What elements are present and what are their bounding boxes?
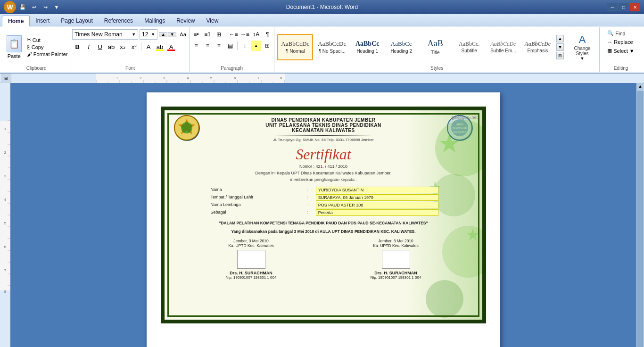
office-button[interactable]: W bbox=[4, 1, 16, 13]
style-no-spacing-button[interactable]: AaBbCcDc ¶ No Spaci... bbox=[314, 34, 350, 60]
text-highlight-button[interactable]: ab bbox=[155, 41, 165, 52]
style-subtle-em-button[interactable]: AaBbCcDc Subtle Em... bbox=[487, 34, 520, 60]
cert-watermark: galeriguru.net bbox=[452, 115, 478, 120]
svg-text:8: 8 bbox=[4, 289, 7, 294]
ruler-svg: 1 2 3 4 5 6 7 8 bbox=[11, 74, 643, 83]
cert-title-block: DINAS PENDIDIKAN KABUPATEN JEMBER UNIT P… bbox=[265, 110, 381, 142]
numbered-list-button[interactable]: ≡1 bbox=[202, 29, 213, 40]
vertical-scrollbar[interactable]: ▲ ▼ bbox=[636, 83, 644, 347]
replace-button[interactable]: ↔ Replace bbox=[605, 38, 635, 46]
italic-button[interactable]: I bbox=[83, 41, 94, 52]
style-emphasis-label: Emphasis bbox=[527, 48, 548, 53]
para-divider2 bbox=[237, 41, 238, 50]
font-name-selector[interactable]: Times New Roman ▼ bbox=[72, 29, 138, 40]
strikethrough-button[interactable]: ab bbox=[106, 41, 116, 52]
paste-icon: 📋 bbox=[7, 35, 22, 52]
change-styles-button[interactable]: A ChangeStyles ▼ bbox=[568, 33, 596, 62]
justify-button[interactable]: ▤ bbox=[225, 41, 235, 51]
svg-text:6: 6 bbox=[4, 245, 7, 249]
bullet-list-button[interactable]: ≡• bbox=[191, 29, 201, 40]
align-left-button[interactable]: ≡ bbox=[191, 41, 201, 51]
undo-button[interactable]: ↩ bbox=[29, 2, 39, 12]
copy-button[interactable]: ⎘ Copy bbox=[25, 44, 69, 50]
select-button[interactable]: ▦ Select ▼ bbox=[605, 47, 636, 55]
paragraph-content: ≡• ≡1 ⊞ ←≡ →≡ ↕A ¶ ≡ ≡ ≡ ▤ ↕ ▲ ⊞ bbox=[191, 28, 272, 65]
font-name-row: Times New Roman ▼ 12 ▼ ▲ ▼ Aa bbox=[72, 29, 188, 40]
paragraph-group-label: Paragraph bbox=[192, 65, 271, 71]
line-spacing-button[interactable]: ↕ bbox=[239, 41, 250, 51]
scroll-thumb[interactable] bbox=[637, 91, 644, 347]
clipboard-content: 📋 Paste ✂ Cut ⎘ Copy 🖌 Format Painter bbox=[4, 28, 69, 65]
align-right-button[interactable]: ≡ bbox=[214, 41, 224, 51]
superscript-button[interactable]: x² bbox=[129, 41, 139, 52]
style-subtitle-button[interactable]: AaBbCc. Subtitle bbox=[453, 34, 486, 60]
style-heading1-preview: AaBbCc bbox=[355, 40, 380, 48]
svg-text:7: 7 bbox=[257, 76, 260, 80]
svg-text:3: 3 bbox=[4, 174, 7, 178]
cert-org-line1: DINAS PENDIDIKAN KABUPATEN JEMBER bbox=[265, 117, 381, 123]
find-button[interactable]: 🔍 Find bbox=[605, 29, 627, 37]
styles-scroll-up-button[interactable]: ▲ bbox=[556, 35, 564, 42]
font-color-button[interactable]: A bbox=[166, 41, 176, 52]
main-layout: ⊞ bbox=[0, 74, 644, 347]
cert-statement1: "DALAM PELATIHAN KOMPETENSI TENAGA PENDI… bbox=[188, 221, 459, 226]
paste-button[interactable]: 📋 Paste bbox=[4, 34, 25, 60]
tab-home[interactable]: Home bbox=[2, 16, 30, 26]
tab-review[interactable]: Review bbox=[171, 16, 200, 26]
tab-page-layout[interactable]: Page Layout bbox=[55, 16, 98, 26]
clear-formatting-button[interactable]: Aa bbox=[178, 29, 188, 40]
decrease-indent-button[interactable]: ←≡ bbox=[228, 29, 239, 40]
style-normal-button[interactable]: AaBbCcDc ¶ Normal bbox=[277, 34, 313, 60]
tab-references[interactable]: References bbox=[99, 16, 139, 26]
clipboard-group: 📋 Paste ✂ Cut ⎘ Copy 🖌 Format Painter Cl… bbox=[2, 27, 71, 72]
cert-sig-right-box bbox=[382, 250, 410, 269]
alignment-row: ≡ ≡ ≡ ▤ ↕ ▲ ⊞ bbox=[191, 41, 272, 51]
tab-mailings[interactable]: Mailings bbox=[139, 16, 171, 26]
cert-name-label: Nama bbox=[208, 187, 304, 193]
subscript-button[interactable]: x₂ bbox=[117, 41, 128, 52]
customize-button[interactable]: ▼ bbox=[52, 2, 61, 12]
font-color-bar bbox=[167, 50, 175, 51]
font-size-selector[interactable]: 12 ▼ bbox=[140, 29, 157, 40]
svg-rect-28 bbox=[0, 121, 10, 290]
show-formatting-button[interactable]: ¶ bbox=[262, 29, 272, 40]
styles-scroll-down-button[interactable]: ▼ bbox=[556, 43, 564, 51]
save-button[interactable]: 💾 bbox=[18, 2, 27, 12]
align-center-button[interactable]: ≡ bbox=[202, 41, 213, 51]
cert-title-text: Sertifikat bbox=[179, 146, 468, 163]
underline-button[interactable]: U bbox=[95, 41, 105, 52]
close-button[interactable]: ✕ bbox=[630, 3, 640, 11]
font-divider bbox=[141, 42, 141, 51]
redo-button[interactable]: ↪ bbox=[41, 2, 50, 12]
font-name-dropdown-arrow: ▼ bbox=[132, 32, 136, 37]
font-size-increase-button[interactable]: ▲ bbox=[159, 32, 167, 37]
borders-button[interactable]: ⊞ bbox=[262, 41, 272, 51]
minimize-button[interactable]: ─ bbox=[607, 3, 618, 11]
document-canvas[interactable]: galeriguru.net bbox=[10, 83, 636, 347]
cert-logo-left bbox=[174, 115, 200, 141]
scroll-up-button[interactable]: ▲ bbox=[637, 83, 644, 90]
tab-view[interactable]: View bbox=[201, 16, 224, 26]
style-title-button[interactable]: AaB Title bbox=[419, 34, 452, 60]
svg-text:7: 7 bbox=[4, 268, 7, 273]
increase-indent-button[interactable]: →≡ bbox=[239, 29, 250, 40]
tab-insert[interactable]: Insert bbox=[30, 16, 55, 26]
text-effects-button[interactable]: A bbox=[143, 41, 154, 52]
font-formatting-row: B I U ab x₂ x² A ab A bbox=[72, 41, 176, 52]
cut-button[interactable]: ✂ Cut bbox=[25, 36, 69, 43]
font-size-decrease-button[interactable]: ▼ bbox=[168, 32, 176, 37]
bold-button[interactable]: B bbox=[72, 41, 83, 52]
sort-button[interactable]: ↕A bbox=[251, 29, 261, 40]
shading-button[interactable]: ▲ bbox=[251, 41, 261, 51]
style-heading2-button[interactable]: AaBbCc Heading 2 bbox=[385, 34, 418, 60]
cert-intro2: memberikan penghargaan kepada : bbox=[179, 177, 468, 182]
maximize-button[interactable]: □ bbox=[619, 3, 629, 11]
multilevel-list-button[interactable]: ⊞ bbox=[214, 29, 224, 40]
style-heading1-button[interactable]: AaBbCc Heading 1 bbox=[351, 34, 384, 60]
styles-more-button[interactable]: ⊞ bbox=[556, 52, 564, 59]
ribbon-content: 📋 Paste ✂ Cut ⎘ Copy 🖌 Format Painter Cl… bbox=[0, 26, 644, 74]
change-styles-arrow: ▼ bbox=[580, 56, 585, 61]
ruler-corner-button[interactable]: ⊞ bbox=[1, 74, 11, 83]
style-emphasis-button[interactable]: AaBbCcDc Emphasis bbox=[521, 34, 554, 60]
format-painter-button[interactable]: 🖌 Format Painter bbox=[25, 51, 69, 58]
